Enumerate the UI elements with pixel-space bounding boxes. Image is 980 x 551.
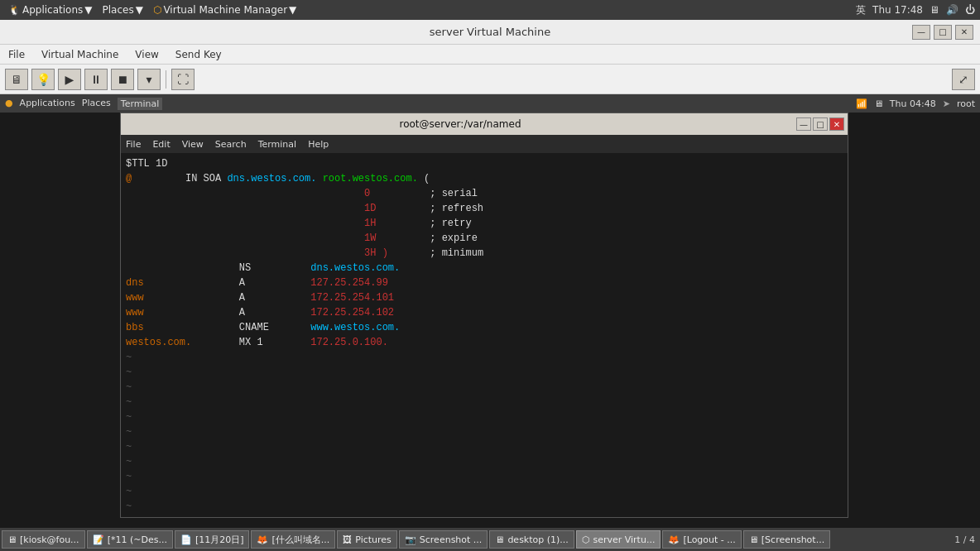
vm-toolbar: 🖥 💡 ▶ ⏸ ⏹ ▾ ⛶ ⤢ [0,65,980,94]
vmm-menu[interactable]: ⬡ Virtual Machine Manager ▼ [150,2,300,17]
taskbar-label-screenshot2: [Screenshot... [761,534,824,545]
terminal-line-dns-a: dns A 127.25.254.99 [126,276,843,290]
taskbar-item-kiosk[interactable]: 🖥 [kiosk@fou... [2,530,85,549]
vm-close-button[interactable]: ✕ [955,25,973,40]
vmm-icon: ⬡ [153,4,161,16]
guest-topbar: ● Applications Places Terminal 📶 🖥 Thu 0… [0,94,980,113]
taskbar-label-cal: [11月20日] [195,534,244,546]
taskbar-icon-screenshot: 📷 [405,534,416,545]
taskbar-item-logout[interactable]: 🦊 [Logout - ... [662,530,741,549]
terminal-content[interactable]: $TTL 1D @ IN SOA dns.westos.com. root.we… [121,153,848,517]
taskbar: 🖥 [kiosk@fou... 📝 [*11 (~Des... 📄 [11月20… [0,528,980,551]
toolbar-pause-btn[interactable]: ⏸ [84,69,108,90]
toolbar-stop-btn[interactable]: ⏹ [111,69,134,90]
guest-time: Thu 04:48 [890,98,936,109]
taskbar-label-pics: Pictures [355,534,392,545]
taskbar-item-screenshot2[interactable]: 🖥 [Screenshot... [743,530,830,549]
terminal-minimize-btn[interactable]: — [796,117,811,131]
vmm-chevron: ▼ [289,4,296,16]
taskbar-item-cal[interactable]: 📄 [11月20日] [175,530,250,549]
applications-menu[interactable]: 🐧 Applications ▼ [5,2,96,17]
guest-applications-menu[interactable]: Applications [20,98,75,110]
terminal-window: root@server:/var/named — □ ✕ File Edit V… [120,113,848,518]
system-bar-right: 英 Thu 17:48 🖥 🔊 ⏻ [856,3,975,17]
vm-minimize-button[interactable]: — [912,25,930,40]
vm-menu-view[interactable]: View [132,47,161,62]
applications-label: Applications [22,4,83,16]
vm-maximize-button[interactable]: □ [934,25,952,40]
taskbar-item-browser[interactable]: 🦊 [什么叫域名... [251,530,335,549]
terminal-tilde-8: ~ [126,454,843,469]
vm-window-controls: — □ ✕ [912,25,973,40]
places-label: Places [103,4,134,16]
taskbar-item-server[interactable]: ⬡ server Virtu... [576,530,661,549]
taskbar-label-logout: [Logout - ... [683,534,735,545]
taskbar-icon-kiosk: 🖥 [7,534,17,545]
guest-topbar-right: 📶 🖥 Thu 04:48 ➤ root [856,98,975,109]
term-menu-terminal[interactable]: Terminal [258,139,297,150]
vm-menu-file[interactable]: File [5,47,28,62]
taskbar-icon-logout: 🦊 [668,534,680,545]
taskbar-page: 1 / 4 [954,534,978,545]
guest-terminal-menu[interactable]: Terminal [118,98,163,110]
apps-chevron: ▼ [84,4,92,16]
guest-places-menu[interactable]: Places [82,98,111,110]
taskbar-icon-screenshot2: 🖥 [749,534,758,545]
terminal-line-www1-a: www A 172.25.254.101 [126,290,843,305]
taskbar-label-kiosk: [kiosk@fou... [20,534,79,545]
taskbar-item-des1[interactable]: 📝 [*11 (~Des... [87,530,173,549]
system-bar-left: 🐧 Applications ▼ Places ▼ ⬡ Virtual Mach… [5,2,300,17]
terminal-controls: — □ ✕ [796,117,844,131]
term-menu-view[interactable]: View [182,139,204,150]
term-menu-search[interactable]: Search [215,139,247,150]
taskbar-item-screenshot[interactable]: 📷 Screenshot ... [399,530,488,549]
screen-icon: 🖥 [930,4,939,16]
fedora-icon: 🐧 [8,4,21,16]
taskbar-item-desktop[interactable]: 🖥 desktop (1)... [489,530,574,549]
terminal-line-bbs-cname: bbs CNAME www.westos.com. [126,320,843,335]
taskbar-item-pics[interactable]: 🖼 Pictures [337,530,397,549]
toolbar-separator [166,70,166,89]
terminal-tilde-11: ~ [126,499,843,514]
terminal-line-retry: 1H ; retry [126,216,843,231]
terminal-tilde-10: ~ [126,484,843,499]
toolbar-play-btn[interactable]: ▶ [58,69,81,90]
toolbar-light-btn[interactable]: 💡 [31,69,55,90]
places-menu[interactable]: Places ▼ [99,2,147,17]
taskbar-label-server: server Virtu... [593,534,655,545]
places-chevron: ▼ [136,4,143,16]
vm-titlebar: server Virtual Machine — □ ✕ [0,20,980,45]
term-menu-file[interactable]: File [126,139,141,150]
power-icon: ⏻ [965,4,975,16]
terminal-tilde-5: ~ [126,410,843,424]
lang-indicator[interactable]: 英 [856,3,866,17]
terminal-line-mx: westos.com. MX 1 172.25.0.100. [126,335,843,350]
terminal-menubar: File Edit View Search Terminal Help [121,135,848,153]
volume-icon: 🔊 [946,4,958,16]
terminal-close-btn[interactable]: ✕ [829,117,844,131]
terminal-line-ttl: $TTL 1D [126,156,843,171]
toolbar-fullscreen-btn[interactable]: ⛶ [171,69,195,90]
taskbar-icon-des1: 📝 [93,534,104,545]
term-menu-edit[interactable]: Edit [152,139,170,150]
terminal-tilde-1: ~ [126,350,843,365]
toolbar-screen-btn[interactable]: 🖥 [5,69,28,90]
terminal-line-refresh: 1D ; refresh [126,201,843,216]
terminal-tilde-4: ~ [126,395,843,410]
terminal-line-expire: 1W ; expire [126,231,843,246]
taskbar-label-des1: [*11 (~Des... [108,534,167,545]
expand-icon[interactable]: ⤢ [952,69,975,90]
vm-menubar: File Virtual Machine View Send Key [0,45,980,65]
terminal-maximize-btn[interactable]: □ [813,117,828,131]
toolbar-expand-btn[interactable]: ⤢ [952,69,975,90]
term-menu-help[interactable]: Help [308,139,329,150]
terminal-tilde-6: ~ [126,424,843,439]
vm-menu-send-key[interactable]: Send Key [172,47,225,62]
toolbar-dropdown-btn[interactable]: ▾ [137,69,161,90]
terminal-tilde-12: ~ [126,514,843,517]
guest-apps-icon: ● [5,98,13,110]
vm-menu-virtual-machine[interactable]: Virtual Machine [38,47,122,62]
guest-screen-icon: 🖥 [874,98,883,109]
taskbar-icon-browser: 🦊 [257,534,268,545]
taskbar-label-screenshot: Screenshot ... [420,534,483,545]
